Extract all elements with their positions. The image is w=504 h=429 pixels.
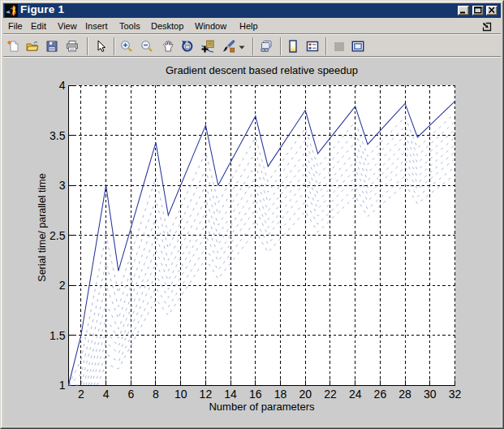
svg-text:Serial time/ parallel time: Serial time/ parallel time [37, 173, 48, 281]
svg-text:4: 4 [59, 79, 66, 92]
svg-text:14: 14 [224, 388, 237, 401]
svg-text:Gradient descent based relativ: Gradient descent based relative speedup [166, 64, 358, 76]
svg-text:12: 12 [200, 388, 213, 401]
svg-text:22: 22 [324, 388, 337, 401]
svg-text:32: 32 [449, 388, 462, 401]
svg-text:10: 10 [174, 388, 187, 401]
svg-text:3.5: 3.5 [50, 129, 66, 142]
svg-text:1.5: 1.5 [50, 329, 66, 342]
svg-text:8: 8 [153, 388, 159, 401]
svg-text:24: 24 [349, 388, 362, 401]
svg-text:4: 4 [103, 388, 110, 401]
svg-text:16: 16 [249, 388, 262, 401]
svg-text:30: 30 [424, 388, 437, 401]
svg-text:Number of parameters: Number of parameters [209, 401, 315, 413]
svg-text:26: 26 [374, 388, 387, 401]
svg-text:20: 20 [299, 388, 312, 401]
svg-text:2: 2 [78, 388, 84, 401]
svg-text:1: 1 [59, 379, 66, 392]
svg-text:18: 18 [274, 388, 287, 401]
svg-text:6: 6 [127, 388, 134, 401]
svg-text:2: 2 [59, 279, 66, 292]
svg-text:2.5: 2.5 [50, 229, 66, 242]
svg-text:28: 28 [398, 388, 411, 401]
svg-text:3: 3 [59, 179, 66, 192]
